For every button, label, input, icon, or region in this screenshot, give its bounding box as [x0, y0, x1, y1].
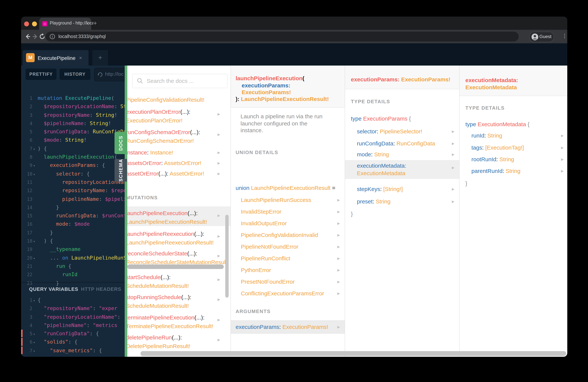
union-member[interactable]: InvalidOutputError — [241, 220, 287, 226]
variables-header: QUERY VARIABLES HTTP HEADERS — [21, 282, 126, 296]
playground-tab-close-icon[interactable]: × — [79, 55, 82, 61]
tab-docs[interactable]: DOCS — [114, 132, 127, 154]
docs-mutation-item[interactable]: terminatePipelineExecution(...): — [127, 314, 205, 320]
new-tab-button[interactable]: + — [93, 20, 97, 27]
docs-mutation-item-selected[interactable]: launchPipelineExecution(...): — [127, 210, 198, 216]
endpoint-input[interactable]: http://loc — [94, 68, 126, 81]
refresh-endpoint-icon[interactable] — [97, 71, 104, 78]
union-details-header: UNION DETAILS — [236, 149, 278, 155]
column-vertical-scrollbar[interactable] — [225, 215, 229, 297]
field-signature-arg: executionParams: — [242, 82, 290, 88]
profile-button[interactable]: Guest — [529, 32, 554, 42]
site-info-icon[interactable] — [49, 34, 55, 40]
docs-mutation-item[interactable]: stopRunningSchedule(...): — [127, 294, 191, 300]
chevron-right-icon: ▶ — [561, 169, 564, 173]
tab-http-headers[interactable]: HTTP HEADERS — [81, 286, 121, 292]
type-field-type: ExecutionMetadata — [357, 170, 405, 176]
type-field[interactable]: stepKeys: [String!] — [357, 186, 403, 192]
docs-field-type: ExecutionPlanOrError! — [127, 117, 183, 124]
docs-mutation-type: ScheduleMutationResult! — [127, 282, 189, 289]
union-member[interactable]: PresetNotFoundError — [241, 278, 294, 285]
type-close-brace: } — [351, 211, 353, 217]
docs-column-field-detail: launchPipelineExecution( executionParams… — [230, 65, 345, 357]
chevron-right-icon: ▶ — [217, 297, 220, 301]
graphql-query-editor[interactable]: 1mutation ExecutePipeline(2 $repositoryL… — [21, 94, 126, 287]
docs-mutation-item[interactable]: launchPipelineReexecution(...): — [127, 231, 204, 237]
endpoint-url: http://loc — [105, 71, 124, 77]
forward-icon[interactable] — [31, 33, 39, 40]
reload-icon[interactable] — [39, 33, 46, 40]
type-declaration: type ExecutionMetadata { — [465, 121, 529, 127]
union-member[interactable]: PipelineNotFoundError — [241, 243, 298, 250]
browser-menu-icon[interactable]: ⋮ — [562, 33, 567, 39]
playground-new-tab-button[interactable]: + — [92, 50, 108, 65]
screenshot-root: ◇ Playground - http://localhost:3 × + lo… — [0, 0, 588, 382]
playground-topbar: M ExecutePipeline × + — [21, 43, 567, 65]
docs-panel-edge[interactable] — [125, 65, 127, 357]
union-member[interactable]: PipelineConfigValidationInvalid — [241, 232, 318, 238]
back-icon[interactable] — [24, 33, 32, 40]
union-member[interactable]: LaunchPipelineRunSuccess — [241, 197, 311, 203]
union-member[interactable]: ConflictingExecutionParamsError — [241, 290, 324, 297]
chevron-right-icon: ▶ — [337, 280, 340, 284]
browser-tab[interactable]: ◇ Playground - http://localhost:3 × — [39, 18, 91, 30]
docs-column-executionmetadata: executionMetadata: ExecutionMetadata TYP… — [459, 65, 567, 357]
tab-query-variables[interactable]: QUERY VARIABLES — [29, 286, 78, 292]
traffic-minimize-button[interactable] — [32, 21, 37, 26]
chevron-right-icon: ▶ — [217, 112, 220, 116]
playground-tab-title: ExecutePipeline — [38, 55, 76, 61]
docs-field-item[interactable]: executionPlanOrError(...): — [127, 108, 190, 115]
field-description: Launch a pipeline run via the run launch… — [240, 113, 328, 134]
chevron-right-icon: ▶ — [337, 292, 340, 295]
argument-item[interactable]: executionParams: ExecutionParams! — [236, 324, 328, 330]
browser-tabstrip: ◇ Playground - http://localhost:3 × + — [21, 17, 567, 30]
union-member[interactable]: PythonError — [241, 267, 271, 273]
playground-tab[interactable]: M ExecutePipeline × — [22, 50, 88, 65]
chevron-right-icon: ▶ — [452, 200, 455, 203]
query-editor-pane: PRETTIFY HISTORY http://loc 1mutation Ex… — [21, 65, 126, 357]
docs-horizontal-scrollbar[interactable] — [140, 351, 566, 356]
type-field[interactable]: tags: [ExecutionTag!] — [471, 144, 524, 151]
column-horizontal-scrollbar[interactable] — [127, 264, 224, 269]
field-signature-return: ): LaunchPipelineExecutionResult! — [236, 96, 329, 102]
type-field[interactable]: parentRunId: String — [471, 168, 520, 174]
docs-field-item[interactable]: instance: Instance! — [127, 149, 173, 156]
graphql-favicon-icon: ◇ — [42, 21, 47, 26]
docs-mutation-item[interactable]: reconcileSchedulerState(...): — [127, 250, 197, 256]
url-text: localhost:3333/graphql — [58, 34, 106, 39]
chevron-right-icon: ▶ — [452, 142, 455, 146]
docs-mutation-item[interactable]: deletePipelineRun(...): — [127, 334, 182, 340]
browser-window: ◇ Playground - http://localhost:3 × + lo… — [21, 17, 567, 357]
type-field-selected[interactable]: executionMetadata: — [357, 162, 406, 169]
docs-column-fields: Search the docs ... PipelineConfigValida… — [127, 65, 230, 357]
chevron-right-icon: ▶ — [337, 198, 340, 202]
address-bar[interactable]: localhost:3333/graphql — [45, 32, 519, 42]
type-field[interactable]: selector: PipelineSelector! — [357, 128, 422, 134]
type-field[interactable]: runId: String — [471, 132, 502, 139]
type-field[interactable]: runConfigData: RunConfigData — [357, 140, 435, 147]
tab-schema[interactable]: SCHEMA — [114, 159, 127, 182]
docs-field-item[interactable]: assetOrError(...): AssetOrError! — [127, 170, 204, 177]
chevron-right-icon: ▶ — [217, 213, 220, 217]
docs-search-input[interactable]: Search the docs ... — [132, 74, 227, 88]
prettify-button[interactable]: PRETTIFY — [26, 68, 57, 80]
chevron-right-icon: ▶ — [337, 268, 340, 272]
traffic-close-button[interactable] — [24, 21, 29, 26]
query-variables-editor[interactable]: 1▾{2 "repositoryName": "exper3 "reposito… — [21, 296, 126, 355]
docs-field-item[interactable]: runConfigSchemaOrError(...): — [127, 129, 200, 135]
union-member[interactable]: PipelineRunConflict — [241, 255, 290, 261]
history-button[interactable]: HISTORY — [60, 68, 90, 80]
chevron-right-icon: ▶ — [217, 234, 220, 238]
chevron-right-icon: ▶ — [217, 133, 220, 136]
tab-close-icon[interactable]: × — [86, 21, 89, 27]
type-field[interactable]: mode: String — [357, 151, 389, 157]
docs-field-item[interactable]: assetsOrError: AssetsOrError! — [127, 160, 201, 166]
union-member[interactable]: InvalidStepError — [241, 208, 281, 215]
docs-mutation-type: LaunchPipelineExecutionResult! — [127, 218, 207, 225]
docs-mutation-item[interactable]: startSchedule(...): — [127, 274, 171, 280]
type-field[interactable]: rootRunId: String — [471, 156, 514, 162]
field-signature-line1: launchPipelineExecution( — [236, 75, 304, 81]
search-icon — [137, 78, 143, 85]
type-field[interactable]: preset: String — [357, 198, 390, 205]
chevron-right-icon: ▶ — [561, 146, 564, 149]
